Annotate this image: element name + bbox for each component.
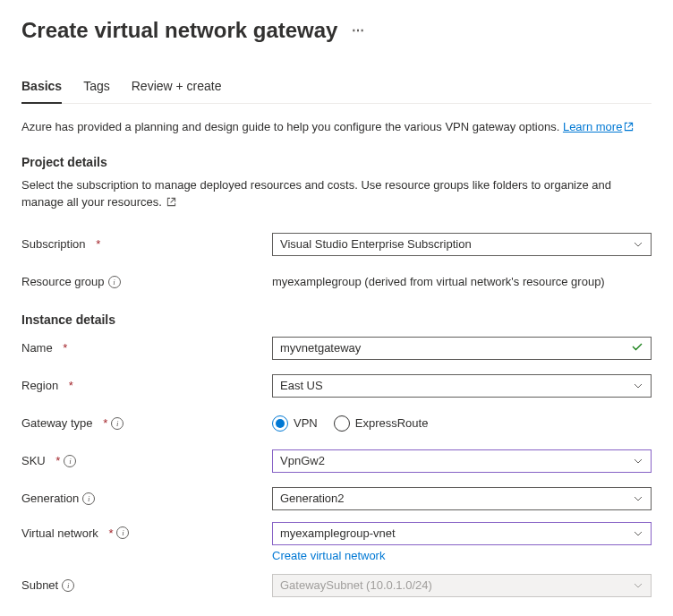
create-virtual-network-link[interactable]: Create virtual network: [272, 549, 652, 562]
external-link-icon[interactable]: [166, 194, 176, 212]
generation-value: Generation2: [280, 492, 345, 505]
tab-basics[interactable]: Basics: [21, 72, 62, 104]
tab-bar: Basics Tags Review + create: [21, 72, 652, 104]
subscription-value: Visual Studio Enterprise Subscription: [280, 237, 472, 251]
checkmark-icon: [631, 340, 643, 355]
info-icon[interactable]: i: [111, 417, 124, 430]
learn-more-link[interactable]: Learn more: [563, 120, 634, 133]
name-value: myvnetgateway: [280, 341, 361, 355]
sku-select[interactable]: VpnGw2: [272, 449, 652, 473]
subscription-label: Subscription *: [21, 237, 272, 251]
chevron-down-icon: [633, 528, 643, 539]
region-label: Region *: [21, 379, 272, 392]
chevron-down-icon: [633, 456, 643, 466]
page-title-text: Create virtual network gateway: [21, 18, 337, 43]
gateway-type-radios: VPN ExpressRoute: [272, 415, 652, 432]
chevron-down-icon: [633, 493, 643, 504]
page-title: Create virtual network gateway ⋯: [21, 18, 652, 43]
gateway-type-vpn[interactable]: VPN: [272, 415, 318, 432]
project-details-desc-text: Select the subscription to manage deploy…: [21, 178, 611, 210]
name-label: Name *: [21, 341, 272, 355]
radio-icon: [272, 415, 288, 432]
gateway-type-expressroute-label: ExpressRoute: [355, 416, 429, 430]
generation-label: Generation i: [21, 492, 272, 505]
info-icon[interactable]: i: [116, 526, 129, 539]
tab-review-create[interactable]: Review + create: [132, 72, 222, 104]
gateway-type-label: Gateway type * i: [21, 416, 272, 430]
name-input[interactable]: myvnetgateway: [272, 337, 652, 360]
project-details-heading: Project details: [21, 155, 652, 169]
more-icon[interactable]: ⋯: [352, 23, 366, 38]
chevron-down-icon: [633, 239, 643, 250]
chevron-down-icon: [633, 580, 643, 591]
chevron-down-icon: [633, 381, 643, 391]
info-icon[interactable]: i: [108, 276, 121, 288]
external-link-icon: [624, 119, 634, 137]
virtual-network-select[interactable]: myexamplegroup-vnet: [272, 522, 652, 545]
learn-more-label: Learn more: [563, 120, 622, 133]
subnet-label: Subnet i: [21, 578, 272, 592]
gateway-type-expressroute[interactable]: ExpressRoute: [334, 415, 429, 432]
info-icon[interactable]: i: [64, 455, 76, 467]
generation-select[interactable]: Generation2: [272, 487, 652, 510]
tab-tags[interactable]: Tags: [83, 72, 110, 104]
region-value: East US: [280, 379, 323, 392]
subscription-select[interactable]: Visual Studio Enterprise Subscription: [272, 233, 652, 256]
sku-label: SKU * i: [21, 454, 272, 467]
info-icon[interactable]: i: [62, 579, 74, 592]
instance-details-heading: Instance details: [21, 312, 652, 327]
virtual-network-value: myexamplegroup-vnet: [280, 526, 396, 540]
subnet-select: GatewaySubnet (10.0.1.0/24): [272, 574, 652, 597]
region-select[interactable]: East US: [272, 374, 652, 398]
intro-text-content: Azure has provided a planning and design…: [21, 120, 563, 133]
resource-group-label: Resource group i: [21, 275, 272, 288]
sku-value: VpnGw2: [280, 454, 325, 467]
radio-icon: [334, 415, 350, 432]
gateway-type-vpn-label: VPN: [294, 416, 318, 430]
subnet-value: GatewaySubnet (10.0.1.0/24): [280, 578, 432, 592]
intro-text: Azure has provided a planning and design…: [21, 118, 652, 137]
project-details-desc: Select the subscription to manage deploy…: [21, 176, 652, 212]
resource-group-value: myexamplegroup (derived from virtual net…: [272, 275, 605, 288]
virtual-network-label: Virtual network * i: [21, 522, 272, 540]
info-icon[interactable]: i: [82, 492, 95, 505]
